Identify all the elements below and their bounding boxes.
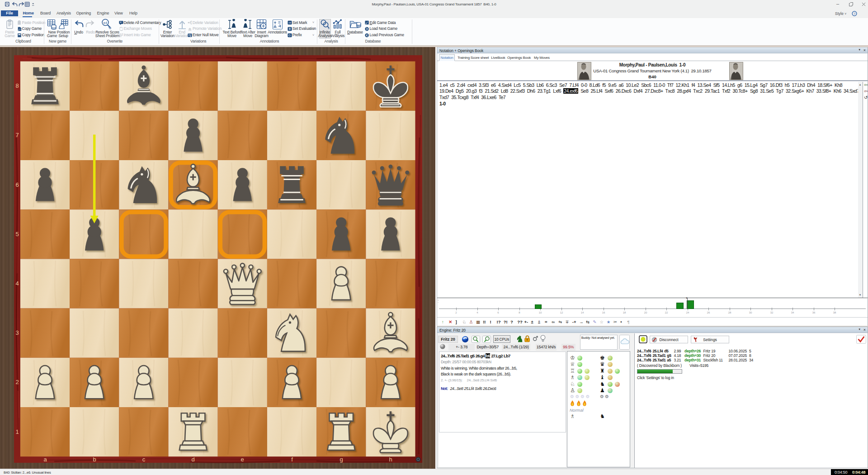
svg-text:a: a [43, 456, 47, 463]
svg-text:d: d [191, 456, 194, 463]
svg-text:3: 3 [15, 329, 19, 336]
svg-text:2: 2 [15, 379, 19, 385]
svg-text:5: 5 [15, 231, 19, 238]
svg-text:h: h [389, 456, 392, 463]
svg-text:?: ? [854, 12, 856, 16]
svg-text:8: 8 [15, 82, 19, 89]
svg-text:g: g [340, 456, 343, 463]
svg-text:b: b [93, 456, 96, 463]
svg-text:e4: e4 [104, 21, 107, 25]
svg-text:!?: !? [289, 22, 292, 24]
svg-text:e: e [241, 456, 244, 463]
svg-text:6: 6 [15, 181, 19, 188]
svg-text:c: c [142, 456, 146, 463]
svg-text:4: 4 [15, 280, 19, 287]
svg-text:1: 1 [15, 428, 19, 435]
svg-text:f: f [291, 456, 293, 463]
svg-text:7: 7 [15, 132, 19, 138]
